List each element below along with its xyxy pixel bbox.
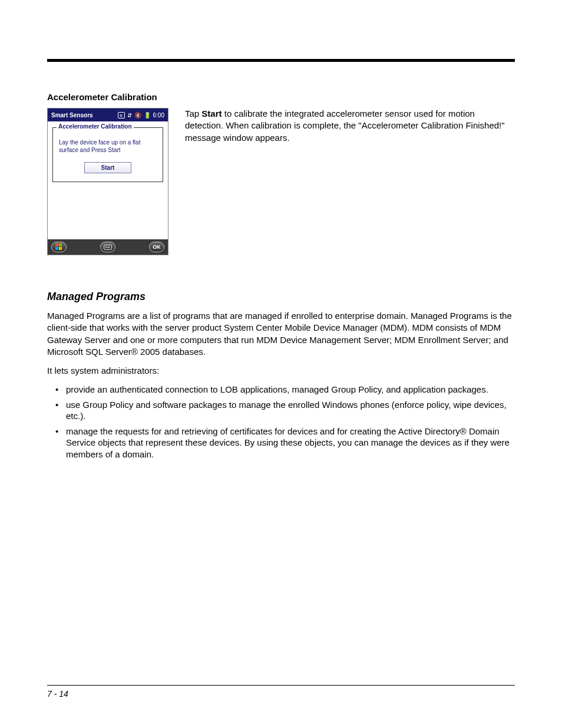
ok-button[interactable]: OK [149,242,164,252]
desc-pre: Tap [185,108,201,118]
accelerometer-description: Tap Start to calibrate the integrated ac… [185,108,515,144]
list-item: provide an authenticated connection to L… [58,384,515,396]
list-item: use Group Policy and software packages t… [58,399,515,422]
desc-bold: Start [201,108,222,118]
calibration-instruction: Lay the device face up on a flat surface… [59,139,157,154]
device-body: Accelerometer Calibration Lay the device… [48,121,168,239]
windows-start-button[interactable] [51,242,67,252]
horizontal-rule [47,59,515,62]
start-button[interactable]: Start [84,162,131,173]
device-bottombar: OK [48,239,168,255]
input-mode-icon: a [118,112,125,118]
managed-programs-list: provide an authenticated connection to L… [47,384,515,460]
desc-post: to calibrate the integrated acceleromete… [185,108,505,143]
device-titlebar: Smart Sensors a ⇵ 🔇 🔋 6:00 [48,108,168,121]
managed-programs-para2: It lets system administrators: [47,365,515,377]
heading-managed-programs: Managed Programs [47,291,515,303]
keyboard-icon [104,245,112,250]
managed-programs-para1: Managed Programs are a list of programs … [47,310,515,358]
battery-icon: 🔋 [144,112,151,118]
page-footer: 7 - 14 [47,685,515,699]
keyboard-button[interactable] [100,242,115,252]
sync-icon: ⇵ [127,112,132,118]
section-title-accelerometer: Accelerometer Calibration [47,92,515,102]
list-item: manage the requests for and retrieving o… [58,426,515,460]
windows-flag-icon [55,243,62,251]
page-number: 7 - 14 [47,689,68,699]
fieldset-legend: Accelerometer Calibration [57,123,134,130]
device-app-title: Smart Sensors [51,112,93,118]
device-clock: 6:00 [153,112,164,118]
volume-mute-icon: 🔇 [134,112,141,118]
calibration-fieldset: Accelerometer Calibration Lay the device… [52,127,163,182]
device-status-icons: a ⇵ 🔇 🔋 6:00 [118,112,164,118]
device-screenshot: Smart Sensors a ⇵ 🔇 🔋 6:00 Accelerometer… [47,108,168,255]
